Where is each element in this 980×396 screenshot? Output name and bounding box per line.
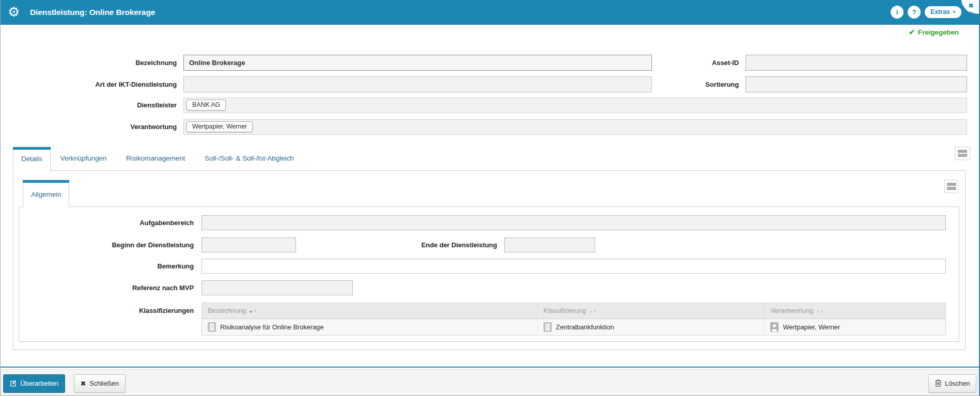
column-header-bezeichnung[interactable]: Bezeichnung▲▼ [202,303,538,319]
footer-separator [0,367,980,368]
cell-bezeichnung: Risikoanalyse für Online Brokerage [202,319,538,335]
ende-label: Ende der Dienstleistung [342,237,497,252]
aufgabenbereich-input[interactable] [201,215,946,230]
schliessen-button[interactable]: ✖Schließen [74,374,126,393]
tab-allgemein[interactable]: Allgemein [23,180,69,207]
sortierung-label: Sortierung [568,76,739,92]
edit-icon [10,381,17,388]
close-small-icon: ✖ [81,380,86,387]
tab-verknuepfungen[interactable]: Verknüpfungen [51,147,117,171]
schliessen-label: Schließen [89,379,119,387]
status-label: Freigegeben [918,28,959,36]
ende-input[interactable] [504,237,595,252]
sort-asc-icon: ▲ [816,309,820,313]
cell-klassifizierung: Zentralbankfunktion [538,319,765,335]
sort-desc-icon: ▼ [820,309,825,313]
dialog-window: ⚙ Dienstleistung: Online Brokerage i ? E… [0,0,980,396]
tab-risikomanagement[interactable]: Risikomanagement [116,147,195,171]
person-icon [770,322,779,335]
table-row[interactable]: Risikoanalyse für Online Brokerage Zentr… [202,319,945,335]
sort-asc-icon: ▲ [249,309,253,313]
cell-verantwortung: Wertpapier, Werner [765,319,945,335]
column-header-klassifizierung[interactable]: Klassifizierung▲▼ [538,303,765,319]
klassifizierungen-table: Bezeichnung▲▼ Klassifizierung▲▼ Verantwo… [201,303,946,336]
klassifizierungen-label: Klassifizierungen [39,303,194,319]
aufgabenbereich-label: Aufgabenbereich [39,215,194,230]
document-icon [543,322,552,335]
asset-id-label: Asset-ID [568,55,739,71]
tab-details[interactable]: Details [13,147,51,172]
bezeichnung-label: Bezeichnung [6,55,177,71]
sort-desc-icon: ▼ [253,309,257,313]
trash-icon [935,381,941,388]
loeschen-label: Löschen [945,379,970,387]
loeschen-button[interactable]: Löschen [928,374,976,393]
help-button[interactable]: ? [908,6,921,19]
status-badge: ✔Freigegeben [909,28,959,36]
sortierung-input[interactable] [745,76,967,92]
bemerkung-input[interactable] [201,259,946,274]
close-icon[interactable]: ✖ [965,0,977,12]
chevron-down-icon: ▼ [952,10,956,14]
ueberarbeiten-button[interactable]: Überarbeiten [3,374,65,393]
check-icon: ✔ [909,28,915,36]
dienstleister-label: Dienstleister [6,98,177,113]
collapse-subpanel-icon[interactable] [944,180,958,193]
extras-button[interactable]: Extras▼ [925,6,961,18]
beginn-label: Beginn der Dienstleistung [39,237,194,252]
verantwortung-label: Verantwortung [6,119,177,135]
beginn-input[interactable] [201,237,296,252]
info-button[interactable]: i [891,6,904,19]
bemerkung-label: Bemerkung [39,259,194,274]
verantwortung-chip[interactable]: Wertpapier, Werner [186,121,253,132]
document-icon [208,322,216,335]
extras-label: Extras [930,8,950,15]
asset-id-input[interactable] [745,55,967,71]
titlebar: ⚙ Dienstleistung: Online Brokerage i ? E… [0,0,980,25]
dienstleister-field: BANK AG [183,98,967,113]
gear-icon: ⚙ [8,5,20,19]
footer-toolbar: Überarbeiten ✖Schließen Löschen [0,369,980,396]
sort-desc-icon: ▼ [593,309,597,313]
referenz-mvp-input[interactable] [201,280,353,295]
dienstleister-chip[interactable]: BANK AG [186,100,226,110]
table-header-row: Bezeichnung▲▼ Klassifizierung▲▼ Verantwo… [202,303,945,319]
tab-soll-ist-abgleich[interactable]: Soll-/Soll- & Soll-/Ist-Abgleich [195,147,303,171]
collapse-panels-icon[interactable] [955,147,970,160]
tab-bar: Details Verknüpfungen Risikomanagement S… [13,147,303,171]
subtab-bar: Allgemein [23,180,69,207]
verantwortung-field: Wertpapier, Werner [183,119,967,135]
page-title: Dienstleistung: Online Brokerage [30,0,155,25]
referenz-mvp-label: Referenz nach MVP [39,280,194,295]
column-header-verantwortung[interactable]: Verantwortung▲▼ [765,303,945,319]
ueberarbeiten-label: Überarbeiten [20,379,58,387]
art-ikt-label: Art der IKT-Dienstleistung [6,76,177,92]
